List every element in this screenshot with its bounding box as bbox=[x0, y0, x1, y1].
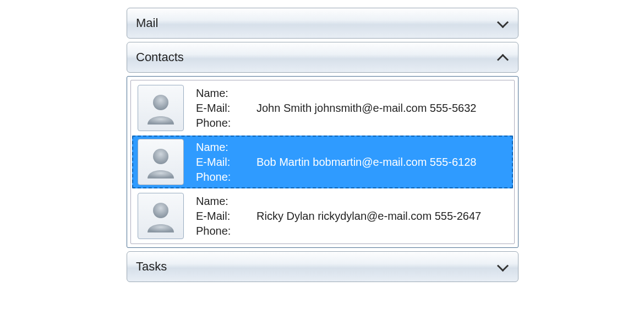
contact-row[interactable]: Name: E-Mail: Phone: Bob Martin bobmarti… bbox=[132, 136, 513, 188]
contact-row[interactable]: Name: E-Mail: Phone: John Smith johnsmit… bbox=[132, 82, 513, 134]
avatar-icon bbox=[138, 193, 184, 239]
label-phone: Phone: bbox=[196, 224, 256, 239]
chevron-down-icon bbox=[497, 261, 509, 273]
accordion-header-tasks[interactable]: Tasks bbox=[127, 251, 519, 282]
contact-values: John Smith johnsmith@e-mail.com 555-5632 bbox=[256, 101, 507, 116]
label-name: Name: bbox=[196, 140, 256, 155]
accordion-panel: Mail Contacts Name: E-Mail: Phone: John … bbox=[127, 8, 519, 285]
contact-row[interactable]: Name: E-Mail: Phone: Ricky Dylan rickydy… bbox=[132, 190, 513, 242]
label-email: E-Mail: bbox=[196, 101, 256, 116]
label-phone: Phone: bbox=[196, 170, 256, 185]
chevron-down-icon bbox=[497, 17, 509, 29]
svg-point-2 bbox=[153, 203, 168, 218]
contact-values: Ricky Dylan rickydylan@e-mail.com 555-26… bbox=[256, 209, 507, 224]
label-phone: Phone: bbox=[196, 116, 256, 131]
contacts-list: Name: E-Mail: Phone: John Smith johnsmit… bbox=[130, 80, 515, 244]
label-email: E-Mail: bbox=[196, 209, 256, 224]
label-name: Name: bbox=[196, 194, 256, 209]
avatar-icon bbox=[138, 139, 184, 185]
avatar-icon bbox=[138, 85, 184, 131]
contact-field-labels: Name: E-Mail: Phone: bbox=[196, 194, 256, 239]
accordion-header-contacts[interactable]: Contacts bbox=[127, 42, 519, 73]
label-name: Name: bbox=[196, 86, 256, 101]
contact-field-labels: Name: E-Mail: Phone: bbox=[196, 86, 256, 131]
accordion-header-mail[interactable]: Mail bbox=[127, 8, 519, 39]
accordion-content-contacts: Name: E-Mail: Phone: John Smith johnsmit… bbox=[127, 76, 519, 248]
accordion-title-tasks: Tasks bbox=[136, 259, 167, 274]
chevron-up-icon bbox=[497, 51, 509, 63]
accordion-title-contacts: Contacts bbox=[136, 50, 184, 64]
svg-point-1 bbox=[153, 149, 168, 164]
accordion-title-mail: Mail bbox=[136, 16, 158, 30]
svg-point-0 bbox=[153, 95, 168, 110]
contact-values: Bob Martin bobmartin@e-mail.com 555-6128 bbox=[256, 155, 507, 170]
contact-field-labels: Name: E-Mail: Phone: bbox=[196, 140, 256, 185]
label-email: E-Mail: bbox=[196, 155, 256, 170]
